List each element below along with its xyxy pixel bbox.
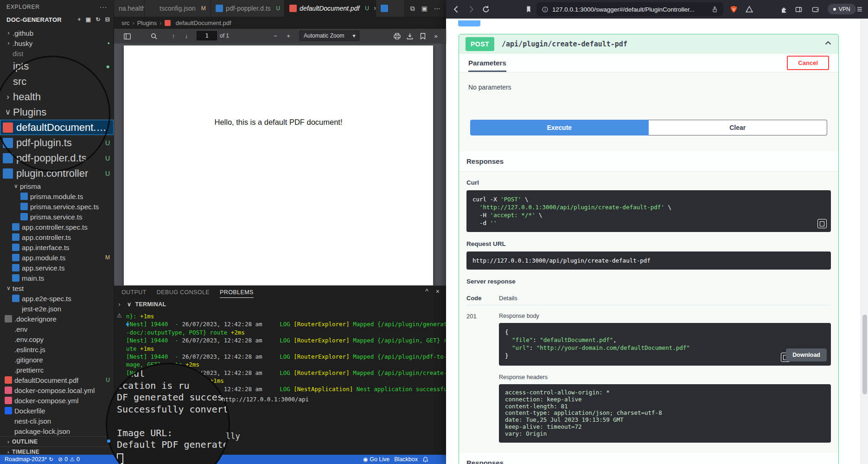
tree-item[interactable]: defaultDocument.pdf U — [0, 375, 114, 385]
tree-item[interactable]: › health — [0, 89, 114, 104]
tree-item[interactable]: app.controller.ts — [0, 232, 114, 242]
terminal-section-header[interactable]: ∨ TERMINAL — [127, 301, 166, 308]
tree-item[interactable]: ∨ test — [0, 283, 114, 293]
tree-item[interactable]: .prettierrc — [0, 365, 114, 375]
new-file-icon[interactable]: + — [77, 16, 81, 23]
download-button[interactable]: Download — [786, 348, 827, 361]
split-editor-icon[interactable]: ▣ — [421, 5, 428, 12]
endpoint-header[interactable]: POST /api/plugin/create-default-pdf — [459, 34, 838, 54]
tree-item[interactable]: nest-cli.json — [0, 416, 114, 426]
tree-item[interactable]: app.e2e-spec.ts — [0, 293, 114, 303]
print-icon[interactable] — [390, 32, 403, 39]
scrollbar-track[interactable] — [861, 19, 868, 464]
toggle-sidebar-icon[interactable] — [121, 32, 134, 39]
execute-button[interactable]: Execute — [470, 120, 649, 135]
tree-item[interactable]: .env — [0, 324, 114, 334]
tree-item[interactable]: prisma.module.ts — [0, 191, 114, 201]
tree-item[interactable]: docker-compose.yml — [0, 395, 114, 406]
clear-button[interactable]: Clear — [649, 120, 828, 135]
tree-item[interactable]: app.service.ts — [0, 263, 114, 273]
zoom-in-icon[interactable]: + — [282, 32, 295, 39]
breadcrumb[interactable]: src › Plugins › defaultDocument.pdf — [114, 17, 446, 29]
tree-item[interactable]: defaultDocument.pdf — [0, 120, 114, 135]
collapse-all-icon[interactable]: ⊟ — [105, 16, 110, 23]
tree-item[interactable]: src — [0, 74, 114, 89]
extensions-puzzle-icon[interactable] — [776, 2, 791, 17]
outline-section[interactable]: › OUTLINE — [0, 436, 114, 446]
new-folder-icon[interactable]: ▣ — [86, 16, 91, 23]
breadcrumb-file[interactable]: defaultDocument.pdf — [176, 19, 231, 26]
editor-tab[interactable]: pdf-poppler.d.ts U — [211, 0, 285, 17]
cancel-button[interactable]: Cancel — [787, 56, 829, 70]
editor-tab[interactable]: defaultDocument.pdf U × — [285, 0, 376, 17]
tree-item[interactable]: prisma.service.spec.ts — [0, 201, 114, 212]
toolbar-overflow-icon[interactable]: » — [429, 32, 442, 39]
tree-item[interactable]: dist — [0, 48, 114, 58]
tree-item[interactable]: prisma.service.ts — [0, 212, 114, 222]
share-icon[interactable] — [708, 3, 721, 15]
more-actions-icon[interactable]: ⋯ — [434, 5, 440, 12]
tree-item[interactable]: ∨ prisma — [0, 181, 114, 191]
vpn-toggle[interactable]: VPN — [828, 4, 856, 14]
panel-tab[interactable]: OUTPUT — [121, 287, 147, 297]
copy-to-clipboard-icon[interactable] — [817, 219, 827, 228]
site-info-icon[interactable] — [539, 4, 550, 15]
brave-shield-icon[interactable] — [726, 2, 741, 17]
panel-tab[interactable]: PROBLEMS — [220, 287, 254, 298]
tree-item[interactable]: app.module.ts M — [0, 252, 114, 263]
page-number-input[interactable] — [197, 31, 217, 40]
tree-item[interactable]: pdf-plugin.ts U — [0, 135, 114, 150]
tree-item[interactable]: ∨ Plugins — [0, 104, 114, 120]
refresh-icon[interactable]: ↻ — [96, 16, 100, 23]
previous-page-icon[interactable]: ↑ — [167, 32, 180, 39]
url-text[interactable]: 127.0.0.1:3000/swagger#/default/PluginCo… — [552, 6, 708, 13]
tree-item[interactable]: ipts ● — [0, 58, 114, 74]
menu-icon[interactable] — [852, 2, 867, 17]
terminal-api-url[interactable]: http://127.0.0.1:3000/api — [222, 396, 309, 403]
reload-button[interactable] — [479, 2, 493, 17]
open-changes-icon[interactable]: ⧉ — [410, 5, 415, 13]
editor-tab[interactable]: na.health.ts — [114, 0, 145, 17]
project-section-header[interactable]: DOC-GENERATOR + ▣ ↻ ⊟ — [0, 14, 114, 25]
tree-item[interactable]: .dockerignore — [0, 314, 114, 324]
editor-tab[interactable]: tsconfig.json M — [145, 0, 211, 17]
breadcrumb-folder[interactable]: Plugins — [137, 19, 157, 26]
tree-item[interactable]: package-lock.json — [0, 426, 114, 436]
tree-item[interactable]: .env.copy — [0, 334, 114, 344]
tree-item[interactable]: .eslintrc.js — [0, 344, 114, 354]
search-icon[interactable] — [147, 32, 160, 39]
go-live-button[interactable]: ◉ Go Live — [363, 456, 390, 463]
sidebar-panel-icon[interactable] — [791, 2, 806, 17]
wallet-icon[interactable] — [808, 2, 823, 17]
download-icon[interactable] — [403, 32, 416, 39]
blackbox-button[interactable]: Blackbox — [394, 456, 418, 463]
zoom-select[interactable]: Automatic Zoom ▾ — [300, 31, 359, 41]
chevron-right-icon[interactable]: › — [118, 301, 120, 308]
tree-item[interactable]: pdf-poppler.d.ts U — [0, 150, 114, 166]
timeline-section[interactable]: › TIMELINE — [0, 446, 114, 455]
editor-tab[interactable] — [376, 0, 405, 17]
scrollbar-thumb[interactable] — [862, 315, 867, 394]
tree-item[interactable]: › .github — [0, 28, 114, 38]
problems-indicator[interactable]: ⊘ 0 ⚠ 0 — [58, 456, 80, 463]
panel-tab[interactable]: DEBUG CONSOLE — [157, 287, 210, 297]
tree-item[interactable]: app.interface.ts — [0, 242, 114, 252]
url-bar[interactable]: 127.0.0.1:3000/swagger#/default/PluginCo… — [536, 2, 723, 16]
branch-indicator[interactable]: Roadmap-2023* ↻ — [5, 456, 53, 463]
close-panel-icon[interactable]: × — [436, 288, 440, 295]
pdf-viewer[interactable]: Hello, this is a default PDF document! — [114, 43, 446, 285]
tree-item[interactable]: docker-compose.local.yml — [0, 385, 114, 395]
tree-item[interactable]: app.controller.spec.ts — [0, 222, 114, 232]
bookmark-icon[interactable] — [416, 32, 429, 39]
tree-item[interactable]: Dockerfile — [0, 406, 114, 416]
maximize-panel-icon[interactable]: ^ — [425, 288, 428, 295]
notifications-bell-icon[interactable] — [422, 457, 428, 463]
tree-item[interactable]: jest-e2e.json — [0, 303, 114, 314]
bookmark-icon[interactable] — [521, 2, 536, 17]
brave-rewards-icon[interactable] — [742, 2, 757, 17]
back-button[interactable] — [449, 2, 464, 17]
tree-item[interactable]: .gitignore — [0, 354, 114, 365]
more-actions-icon[interactable]: ··· — [100, 3, 107, 11]
collapse-chevron-icon[interactable] — [824, 39, 832, 49]
next-page-icon[interactable]: ↓ — [180, 32, 193, 39]
